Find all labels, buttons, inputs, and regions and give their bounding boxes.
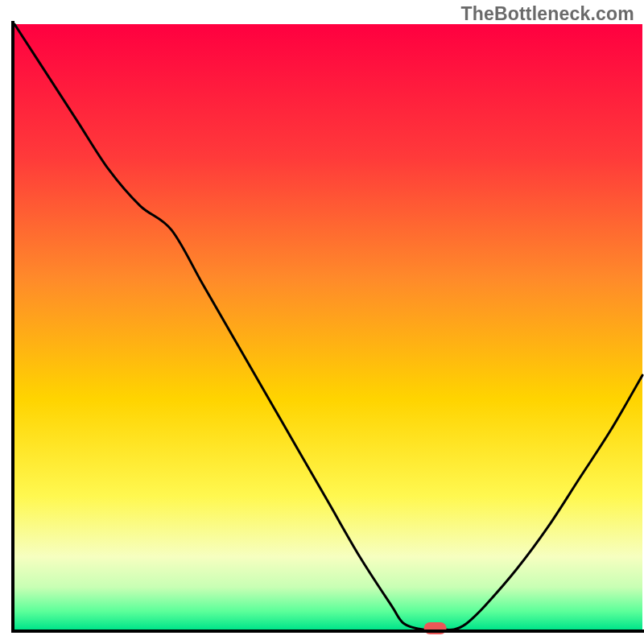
- axis-left: [11, 21, 14, 633]
- bottleneck-chart: [0, 0, 644, 644]
- axis-bottom: [11, 630, 644, 633]
- chart-background-gradient: [14, 24, 642, 630]
- watermark-text: TheBottleneck.com: [460, 3, 634, 25]
- chart-container: TheBottleneck.com: [0, 0, 644, 644]
